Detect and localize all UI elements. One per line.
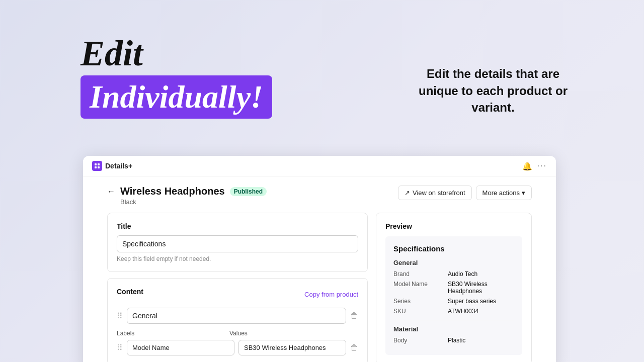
brand-icon — [92, 161, 102, 171]
values-col-label: Values — [229, 330, 338, 337]
values-col-header: Values — [229, 330, 338, 340]
view-storefront-label: View on storefront — [413, 189, 465, 197]
hero-description: Edit the details that are unique to each… — [408, 65, 579, 116]
preview-divider — [393, 320, 514, 320]
product-name: Wireless Headphones — [120, 186, 225, 197]
copy-from-product-button[interactable]: Copy from product — [304, 291, 358, 298]
section-title-input[interactable] — [127, 308, 346, 324]
label-input[interactable] — [127, 340, 234, 355]
preview-key: Model Name — [393, 281, 444, 295]
labels-values-header: Labels Values — [117, 330, 358, 340]
notification-icon-btn[interactable]: 🔔 — [522, 161, 532, 171]
window-controls: 🔔 ··· — [522, 161, 547, 171]
title-field-hint: Keep this field empty if not needed. — [117, 255, 358, 262]
preview-data-row: BodyPlastic — [393, 337, 514, 344]
svg-rect-1 — [98, 163, 100, 165]
section-title-row: ⠿ 🗑 — [117, 308, 358, 324]
title-input[interactable] — [117, 235, 358, 252]
view-storefront-button[interactable]: ↗ View on storefront — [398, 186, 472, 200]
header-actions: ↗ View on storefront More actions ▾ — [398, 186, 532, 200]
preview-data-row: Model NameSB30 Wireless Headphones — [393, 281, 514, 295]
delete-row-button[interactable]: 🗑 — [350, 343, 358, 352]
preview-rows-group1: BrandAudio TechModel NameSB30 Wireless H… — [393, 270, 514, 315]
preview-value: Plastic — [448, 337, 465, 344]
product-title-area: ← Wireless Headphones Published Black — [107, 186, 267, 206]
app-window: Details+ 🔔 ··· ← Wireless Headphones Pub… — [83, 156, 556, 362]
preview-key: Series — [393, 298, 444, 305]
window-toolbar: Details+ 🔔 ··· — [83, 156, 556, 176]
more-options-icon-btn[interactable]: ··· — [537, 161, 547, 170]
preview-key: SKU — [393, 308, 444, 315]
title-card-label: Title — [117, 222, 358, 230]
delete-section-button[interactable]: 🗑 — [350, 311, 358, 320]
preview-key: Body — [393, 337, 444, 344]
main-content: Title Keep this field empty if not neede… — [83, 211, 556, 362]
content-card: Content Copy from product ⠿ 🗑 Labels Val… — [107, 278, 368, 362]
hero-edit-text: Edit — [80, 35, 332, 71]
preview-value: Audio Tech — [448, 270, 477, 278]
product-variant: Black — [107, 198, 267, 206]
preview-data-row: SKUATWH0034 — [393, 308, 514, 315]
external-link-icon: ↗ — [405, 189, 410, 197]
labels-col-label: Labels — [117, 330, 225, 337]
svg-rect-3 — [98, 166, 100, 168]
preview-key: Brand — [393, 270, 444, 278]
right-panel: Preview Specifications General BrandAudi… — [376, 213, 532, 362]
preview-data-row: SeriesSuper bass series — [393, 298, 514, 305]
value-input[interactable] — [238, 340, 346, 355]
preview-title: Preview — [385, 222, 522, 230]
left-panel: Title Keep this field empty if not neede… — [107, 213, 368, 362]
brand-label: Details+ — [105, 162, 132, 170]
labels-col-header: Labels — [117, 330, 225, 340]
product-title-row: ← Wireless Headphones Published — [107, 186, 267, 197]
back-button[interactable]: ← — [107, 187, 115, 196]
preview-data-row: BrandAudio Tech — [393, 270, 514, 278]
window-brand: Details+ — [92, 161, 132, 171]
preview-card: Preview Specifications General BrandAudi… — [376, 213, 532, 362]
title-card: Title Keep this field empty if not neede… — [107, 213, 368, 272]
svg-rect-0 — [95, 163, 97, 165]
drag-handle-icon: ⠿ — [117, 311, 123, 321]
svg-rect-2 — [95, 166, 97, 168]
row-drag-handle-icon: ⠿ — [117, 343, 123, 352]
more-actions-label: More actions — [482, 189, 520, 197]
preview-section-title: Specifications — [393, 244, 514, 253]
preview-value: ATWH0034 — [448, 308, 478, 315]
preview-inner: Specifications General BrandAudio TechMo… — [385, 236, 522, 355]
preview-group1-title: General — [393, 259, 514, 266]
label-value-row: ⠿ 🗑 — [117, 340, 358, 355]
content-card-header: Content Copy from product — [117, 288, 358, 301]
preview-group2-title: Material — [393, 325, 514, 333]
hero-badge: Individually! — [80, 75, 272, 119]
product-header: ← Wireless Headphones Published Black ↗ … — [83, 176, 556, 211]
chevron-down-icon: ▾ — [522, 189, 525, 197]
status-badge: Published — [230, 187, 267, 196]
hero-individually-text: Individually! — [90, 79, 263, 115]
content-card-label: Content — [117, 288, 143, 296]
hero-section: Edit Individually! — [80, 35, 332, 119]
preview-value: Super bass series — [448, 298, 496, 305]
more-actions-button[interactable]: More actions ▾ — [476, 186, 532, 200]
preview-value: SB30 Wireless Headphones — [448, 281, 514, 295]
preview-rows-group2: BodyPlastic — [393, 337, 514, 344]
